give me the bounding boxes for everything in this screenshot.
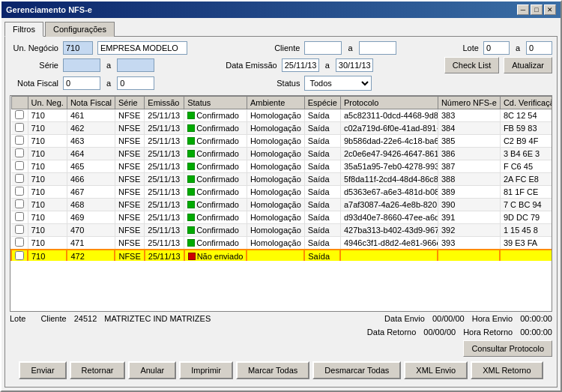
consultar-protocolo-button[interactable]: Consultar Protocolo bbox=[463, 340, 552, 357]
row-nota: 470 bbox=[67, 224, 115, 237]
row-protocolo: 4946c3f1-d8d2-4e81-966c bbox=[340, 237, 438, 250]
row-checkbox-cell[interactable] bbox=[11, 148, 28, 160]
row-checkbox-cell[interactable] bbox=[11, 173, 28, 186]
xml-envio-button[interactable]: XML Envio bbox=[404, 361, 468, 379]
row-checkbox[interactable] bbox=[15, 225, 24, 234]
nota-from-input[interactable] bbox=[63, 76, 100, 90]
data-from-input[interactable] bbox=[282, 58, 319, 72]
row-checkbox-cell[interactable] bbox=[11, 237, 28, 250]
row-serie: NFSE bbox=[115, 250, 144, 261]
row-numero: 383 bbox=[438, 109, 500, 122]
row-ambiente: Homologação bbox=[247, 160, 304, 173]
minimize-button[interactable]: ─ bbox=[517, 4, 529, 15]
row-cd-verif: 8C 12 54 bbox=[500, 109, 552, 122]
row-checkbox-cell[interactable] bbox=[11, 122, 28, 135]
row-checkbox[interactable] bbox=[15, 123, 24, 132]
lote-to-input[interactable] bbox=[526, 41, 552, 55]
cliente-to-input[interactable] bbox=[359, 41, 396, 55]
checklist-button[interactable]: Check List bbox=[444, 57, 499, 73]
status-select[interactable]: Todos Confirmado Não enviado Cancelado bbox=[304, 76, 372, 91]
col-emissao: Emissão bbox=[145, 97, 184, 109]
table-scroll[interactable]: Un. Neg. Nota Fiscal Série Emissão Statu… bbox=[10, 96, 552, 261]
table-row[interactable]: 710 466 NFSE 25/11/13 Confirmado Homolog… bbox=[11, 173, 552, 186]
row-numero: 385 bbox=[438, 135, 500, 148]
status-dot-green bbox=[187, 226, 195, 234]
table-row[interactable]: 710 461 NFSE 25/11/13 Confirmado Homolog… bbox=[11, 109, 552, 122]
marcar-todas-button[interactable]: Marcar Todas bbox=[236, 361, 309, 379]
enviar-button[interactable]: Enviar bbox=[19, 361, 66, 379]
row-especie: Saída bbox=[304, 211, 340, 224]
atualizar-button[interactable]: Atualizar bbox=[504, 57, 552, 73]
row-checkbox-cell[interactable] bbox=[11, 160, 28, 173]
empresa-input[interactable] bbox=[97, 41, 187, 55]
row-especie: Saída bbox=[304, 148, 340, 160]
row-status: Confirmado bbox=[184, 148, 247, 160]
desmarcar-todas-button[interactable]: Desmarcar Todas bbox=[312, 361, 401, 379]
data-envio-value: 00/00/00 bbox=[432, 314, 465, 323]
main-window: Gerenciamento NFS-e ─ □ ✕ Filtros Config… bbox=[0, 0, 562, 392]
row-checkbox[interactable] bbox=[15, 148, 24, 157]
nota-to-input[interactable] bbox=[117, 76, 154, 90]
row-nota: 472 bbox=[67, 250, 115, 261]
table-row[interactable]: 710 462 NFSE 25/11/13 Confirmado Homolog… bbox=[11, 122, 552, 135]
row-emissao: 25/11/13 bbox=[145, 122, 184, 135]
data-to-input[interactable] bbox=[336, 58, 373, 72]
table-row[interactable]: 710 463 NFSE 25/11/13 Confirmado Homolog… bbox=[11, 135, 552, 148]
serie-from-input[interactable] bbox=[63, 58, 100, 72]
table-row[interactable]: 710 470 NFSE 25/11/13 Confirmado Homolog… bbox=[11, 224, 552, 237]
row-un-neg: 710 bbox=[28, 186, 67, 199]
table-row[interactable]: 710 471 NFSE 25/11/13 Confirmado Homolog… bbox=[11, 237, 552, 250]
status-dot-green bbox=[187, 150, 195, 157]
row-checkbox-cell[interactable] bbox=[11, 186, 28, 199]
row-emissao: 25/11/13 bbox=[145, 148, 184, 160]
row-checkbox[interactable] bbox=[15, 187, 24, 196]
row-serie: NFSE bbox=[115, 160, 144, 173]
row-checkbox-cell[interactable] bbox=[11, 211, 28, 224]
row-un-neg: 710 bbox=[28, 160, 67, 173]
row-checkbox-cell[interactable] bbox=[11, 135, 28, 148]
row-checkbox[interactable] bbox=[15, 174, 24, 183]
retornar-button[interactable]: Retornar bbox=[70, 361, 126, 379]
close-button[interactable]: ✕ bbox=[544, 4, 556, 15]
maximize-button[interactable]: □ bbox=[531, 4, 543, 15]
lote-from-input[interactable] bbox=[483, 41, 510, 55]
col-protocolo: Protocolo bbox=[340, 97, 438, 109]
table-row[interactable]: 710 468 NFSE 25/11/13 Confirmado Homolog… bbox=[11, 199, 552, 211]
row-status: Confirmado bbox=[184, 122, 247, 135]
title-controls: ─ □ ✕ bbox=[517, 4, 556, 15]
table-row[interactable]: 710 467 NFSE 25/11/13 Confirmado Homolog… bbox=[11, 186, 552, 199]
data-table-container: Un. Neg. Nota Fiscal Série Emissão Statu… bbox=[10, 95, 552, 312]
cliente-from-input[interactable] bbox=[304, 41, 342, 55]
row-checkbox[interactable] bbox=[15, 212, 24, 221]
tab-configuracoes[interactable]: Configurações bbox=[45, 22, 115, 37]
lote-filter-label: Lote bbox=[460, 43, 479, 52]
window-title: Gerenciamento NFS-e bbox=[6, 5, 92, 14]
serie-to-input[interactable] bbox=[117, 58, 154, 72]
row-nota: 468 bbox=[67, 199, 115, 211]
row-checkbox[interactable] bbox=[15, 136, 24, 145]
row-checkbox[interactable] bbox=[15, 199, 24, 208]
col-un-neg: Un. Neg. bbox=[28, 97, 67, 109]
row-checkbox[interactable] bbox=[15, 251, 24, 260]
un-neg-input[interactable] bbox=[63, 41, 93, 55]
table-row[interactable]: 710 469 NFSE 25/11/13 Confirmado Homolog… bbox=[11, 211, 552, 224]
row-checkbox-cell[interactable] bbox=[11, 224, 28, 237]
table-row[interactable]: 710 465 NFSE 25/11/13 Confirmado Homolog… bbox=[11, 160, 552, 173]
row-checkbox-cell[interactable] bbox=[11, 250, 28, 261]
anular-button[interactable]: Anular bbox=[128, 361, 176, 379]
row-especie: Saída bbox=[304, 109, 340, 122]
xml-retorno-button[interactable]: XML Retorno bbox=[471, 361, 543, 379]
title-bar: Gerenciamento NFS-e ─ □ ✕ bbox=[1, 1, 561, 18]
tab-filtros[interactable]: Filtros bbox=[4, 22, 43, 37]
lote-sep: a bbox=[514, 43, 522, 52]
table-row[interactable]: 710 464 NFSE 25/11/13 Confirmado Homolog… bbox=[11, 148, 552, 160]
imprimir-button[interactable]: Imprimir bbox=[179, 361, 233, 379]
status-label: Status bbox=[251, 79, 300, 88]
row-checkbox[interactable] bbox=[15, 110, 24, 119]
row-especie: Saída bbox=[304, 135, 340, 148]
row-checkbox-cell[interactable] bbox=[11, 199, 28, 211]
row-checkbox[interactable] bbox=[15, 238, 24, 247]
table-row[interactable]: 710 472 NFSE 25/11/13 Não enviado Saída bbox=[11, 250, 552, 261]
row-checkbox[interactable] bbox=[15, 161, 24, 170]
row-checkbox-cell[interactable] bbox=[11, 109, 28, 122]
